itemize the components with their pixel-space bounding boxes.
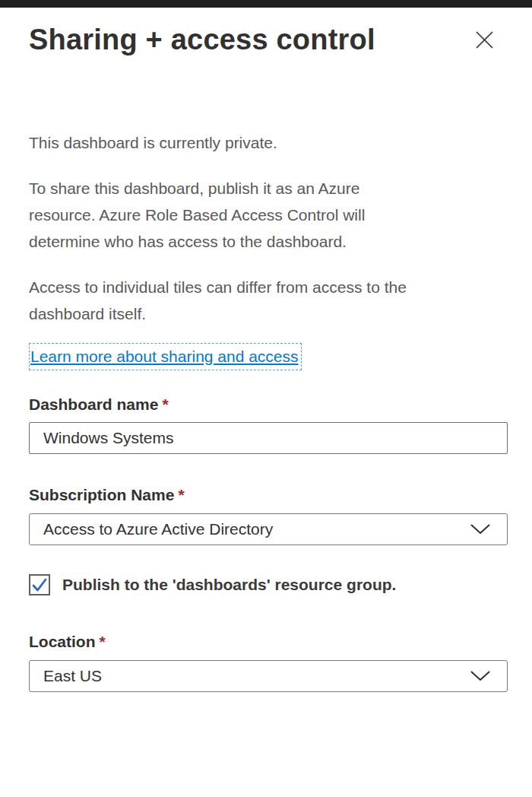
publish-checkbox-row[interactable]: Publish to the 'dashboards' resource gro… <box>29 574 508 595</box>
publish-checkbox-label[interactable]: Publish to the 'dashboards' resource gro… <box>62 576 396 594</box>
sharing-access-panel: Sharing + access control This dashboard … <box>0 21 532 692</box>
chevron-down-icon <box>470 671 490 681</box>
panel-header: Sharing + access control <box>29 21 508 58</box>
intro-text: This dashboard is currently private. To … <box>29 129 508 327</box>
location-label-text: Location <box>29 633 96 650</box>
close-icon <box>473 29 496 51</box>
required-asterisk: * <box>178 486 184 503</box>
top-bar <box>0 0 532 8</box>
learn-more-link[interactable]: Learn more about sharing and access <box>29 343 302 370</box>
paragraph-private-notice: This dashboard is currently private. <box>29 129 508 156</box>
page-title: Sharing + access control <box>29 21 375 58</box>
chevron-down-icon <box>470 524 490 535</box>
subscription-dropdown[interactable]: Access to Azure Active Directory <box>29 513 508 545</box>
paragraph-tiles-info: Access to individual tiles can differ fr… <box>29 274 508 327</box>
subscription-name-label: Subscription Name* <box>29 484 508 506</box>
location-dropdown[interactable]: East US <box>29 660 508 692</box>
location-dropdown-value: East US <box>43 667 102 685</box>
publish-checkbox[interactable] <box>29 574 50 595</box>
required-asterisk: * <box>100 633 106 650</box>
dashboard-name-input[interactable] <box>29 422 508 454</box>
dashboard-name-label: Dashboard name* <box>29 394 508 415</box>
subscription-name-label-text: Subscription Name <box>29 486 174 503</box>
subscription-dropdown-value: Access to Azure Active Directory <box>43 520 273 538</box>
checkmark-icon <box>30 576 49 594</box>
dashboard-name-label-text: Dashboard name <box>29 395 158 413</box>
required-asterisk: * <box>162 395 168 413</box>
location-label: Location* <box>29 631 508 653</box>
close-button[interactable] <box>470 26 499 54</box>
learn-more-row: Learn more about sharing and access <box>29 343 508 370</box>
paragraph-publish-info: To share this dashboard, publish it as a… <box>29 175 508 255</box>
